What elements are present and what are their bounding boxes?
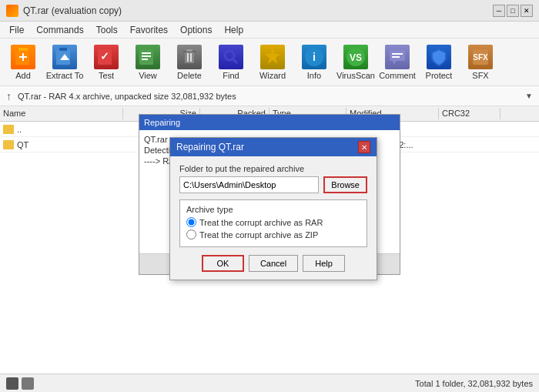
view-button[interactable]: View bbox=[128, 42, 168, 83]
extract-button[interactable]: Extract To bbox=[45, 42, 85, 83]
wizard-button[interactable]: Wizard bbox=[253, 42, 293, 83]
status-text: Total 1 folder, 32,081,932 bytes bbox=[415, 379, 533, 388]
menu-options[interactable]: Options bbox=[174, 23, 218, 36]
archive-type-box: Archive type Treat the corrupt archive a… bbox=[179, 199, 367, 247]
main-content: Name Size Packed Type Modified CRC32 .. … bbox=[0, 106, 539, 374]
virusscan-button[interactable]: VS VirusScan bbox=[336, 42, 376, 83]
view-icon bbox=[136, 45, 160, 69]
find-button[interactable]: Find bbox=[211, 42, 251, 83]
col-header-name: Name bbox=[0, 108, 123, 119]
extract-icon bbox=[52, 45, 77, 69]
virusscan-icon: VS bbox=[343, 45, 368, 69]
title-bar: QT.rar (evaluation copy) ─ □ ✕ bbox=[0, 0, 539, 22]
app-icon bbox=[6, 5, 18, 17]
back-arrow[interactable]: ↑ bbox=[3, 90, 15, 102]
sfx-label: SFX bbox=[472, 71, 488, 80]
file-name: .. bbox=[17, 125, 22, 134]
test-label: Test bbox=[99, 71, 114, 80]
ok-button[interactable]: OK bbox=[202, 255, 244, 272]
radio-rar-row: Treat the corrupt archive as RAR bbox=[186, 217, 360, 227]
comment-icon bbox=[385, 45, 410, 69]
radio-zip-label: Treat the corrupt archive as ZIP bbox=[199, 230, 318, 240]
test-icon: ✓ bbox=[94, 45, 119, 69]
svg-rect-13 bbox=[185, 51, 194, 63]
svg-text:i: i bbox=[313, 51, 316, 63]
svg-rect-1 bbox=[18, 48, 28, 51]
folder-input[interactable] bbox=[179, 176, 319, 193]
address-bar: ↑ QT.rar - RAR 4.x archive, unpacked siz… bbox=[0, 86, 539, 106]
svg-marker-20 bbox=[265, 48, 280, 64]
sfx-icon: SFX bbox=[468, 45, 493, 69]
virusscan-label: VirusScan bbox=[336, 71, 375, 80]
file-crc bbox=[439, 129, 500, 130]
menu-bar: File Commands Tools Favorites Options He… bbox=[0, 22, 539, 39]
svg-rect-12 bbox=[142, 59, 148, 60]
maximize-button[interactable]: □ bbox=[507, 5, 519, 17]
svg-rect-5 bbox=[59, 48, 67, 51]
svg-text:✓: ✓ bbox=[100, 50, 109, 62]
dialog-body: Folder to put the repaired archive Brows… bbox=[170, 156, 377, 280]
menu-commands[interactable]: Commands bbox=[30, 23, 89, 36]
menu-favorites[interactable]: Favorites bbox=[124, 23, 174, 36]
add-label: Add bbox=[15, 71, 31, 80]
sfx-button[interactable]: SFX SFX bbox=[460, 42, 500, 83]
wizard-label: Wizard bbox=[259, 71, 286, 80]
folder-row: Browse bbox=[179, 176, 367, 193]
radio-zip[interactable] bbox=[186, 230, 196, 240]
delete-label: Delete bbox=[177, 71, 202, 80]
menu-file[interactable]: File bbox=[3, 23, 30, 36]
protect-button[interactable]: Protect bbox=[419, 42, 459, 83]
dialog-title-bar: Repairing QT.rar ✕ bbox=[170, 138, 377, 156]
add-button[interactable]: Add bbox=[3, 42, 43, 83]
svg-rect-15 bbox=[186, 49, 192, 52]
address-text: QT.rar - RAR 4.x archive, unpacked size … bbox=[18, 92, 519, 101]
svg-line-19 bbox=[233, 59, 237, 63]
menu-tools[interactable]: Tools bbox=[90, 23, 124, 36]
comment-button[interactable]: Comment bbox=[377, 42, 417, 83]
folder-label: Folder to put the repaired archive bbox=[179, 164, 367, 173]
cancel-button[interactable]: Cancel bbox=[249, 255, 298, 272]
add-icon bbox=[11, 45, 35, 69]
delete-button[interactable]: Delete bbox=[169, 42, 209, 83]
info-button[interactable]: i Info bbox=[294, 42, 334, 83]
file-name: QT bbox=[17, 140, 28, 149]
menu-help[interactable]: Help bbox=[218, 23, 249, 36]
address-dropdown[interactable]: ▼ bbox=[522, 92, 536, 100]
folder-icon bbox=[3, 125, 14, 134]
protect-icon bbox=[427, 45, 451, 69]
status-icon-2 bbox=[22, 377, 34, 390]
status-icons bbox=[6, 377, 34, 390]
delete-icon bbox=[177, 45, 202, 69]
radio-rar[interactable] bbox=[186, 217, 196, 227]
help-button[interactable]: Help bbox=[303, 255, 345, 272]
svg-rect-27 bbox=[392, 53, 403, 55]
browse-button[interactable]: Browse bbox=[323, 176, 367, 193]
repair-dialog: Repairing QT.rar ✕ Folder to put the rep… bbox=[169, 137, 377, 280]
svg-text:VS: VS bbox=[350, 52, 362, 63]
svg-rect-11 bbox=[142, 55, 151, 57]
repairing-panel-title: Repairing bbox=[139, 115, 400, 130]
info-label: Info bbox=[307, 71, 321, 80]
toolbar: Add Extract To ✓ Test View Delete Find bbox=[0, 39, 539, 86]
window-title: QT.rar (evaluation copy) bbox=[23, 5, 122, 16]
radio-rar-label: Treat the corrupt archive as RAR bbox=[199, 218, 323, 227]
svg-rect-28 bbox=[392, 56, 400, 58]
find-icon bbox=[219, 45, 243, 69]
view-label: View bbox=[139, 71, 157, 80]
extract-label: Extract To bbox=[46, 71, 84, 80]
protect-label: Protect bbox=[426, 71, 453, 80]
svg-rect-10 bbox=[142, 52, 151, 54]
status-bar: Total 1 folder, 32,081,932 bytes bbox=[0, 374, 539, 392]
close-button[interactable]: ✕ bbox=[521, 5, 533, 17]
comment-label: Comment bbox=[379, 71, 416, 80]
svg-marker-26 bbox=[393, 61, 396, 65]
file-crc bbox=[439, 144, 500, 146]
status-icon-1 bbox=[6, 377, 18, 390]
info-icon: i bbox=[302, 45, 326, 69]
test-button[interactable]: ✓ Test bbox=[86, 42, 126, 83]
svg-rect-25 bbox=[390, 50, 405, 61]
minimize-button[interactable]: ─ bbox=[493, 5, 505, 17]
dialog-close-button[interactable]: ✕ bbox=[358, 141, 370, 153]
wizard-icon bbox=[260, 45, 285, 69]
col-header-crc: CRC32 bbox=[439, 108, 500, 119]
